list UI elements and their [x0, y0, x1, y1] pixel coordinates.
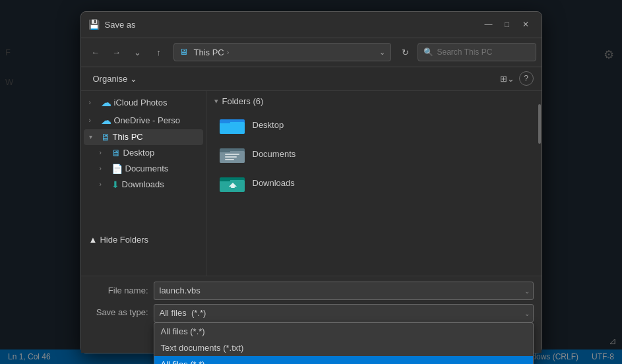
organise-chevron-icon: ⌄ — [130, 74, 137, 84]
dialog-title: Save as — [105, 20, 481, 30]
close-button[interactable]: ✕ — [518, 16, 534, 32]
icloud-icon: ☁ — [101, 96, 111, 109]
desktop-folder-icon — [220, 115, 246, 136]
filename-row: File name: ⌄ — [89, 282, 534, 300]
expand-icon: › — [100, 181, 109, 188]
documents-folder-icon — [220, 144, 246, 165]
organise-button[interactable]: Organise ⌄ — [89, 73, 142, 85]
svg-rect-5 — [220, 150, 230, 152]
sidebar-item-label: iCloud Photos — [114, 98, 168, 107]
dialog-footer: File name: ⌄ Save as type: ⌄ All files (… — [81, 276, 542, 353]
folder-name: Documents — [253, 149, 296, 159]
expand-icon: ▾ — [89, 133, 98, 140]
filename-input[interactable] — [154, 282, 534, 300]
dialog-overlay: 💾 Save as — □ ✕ ← → ⌄ ↑ 🖥 This PC › ⌄ — [0, 0, 622, 364]
address-text: This PC › — [194, 47, 377, 57]
dropdown-item-allfiles[interactable]: All files (*.*) — [154, 323, 533, 340]
folder-name: Desktop — [253, 120, 284, 130]
hide-folders-label: Hide Folders — [100, 235, 148, 245]
documents-icon: 📄 — [111, 164, 123, 174]
search-input[interactable] — [437, 47, 536, 57]
sidebar-item-label: This PC — [113, 132, 143, 142]
expand-icon: › — [100, 165, 109, 172]
section-label: Folders (6) — [222, 96, 264, 106]
search-bar[interactable]: 🔍 — [418, 43, 536, 61]
onedrive-icon: ☁ — [101, 114, 111, 127]
expand-icon: › — [89, 99, 98, 106]
svg-rect-8 — [225, 159, 234, 160]
sidebar-item-desktop[interactable]: › 🖥 Desktop — [84, 145, 203, 161]
sidebar-item-downloads[interactable]: › ⬇ Downloads — [84, 177, 203, 193]
view-button[interactable]: ⊞⌄ — [498, 70, 516, 87]
section-header: ▾ Folders (6) — [214, 96, 530, 106]
maximize-button[interactable]: □ — [499, 16, 515, 32]
scrollbar[interactable] — [538, 91, 542, 276]
svg-rect-2 — [220, 121, 230, 123]
downloads-icon: ⬇ — [111, 179, 119, 190]
address-bar[interactable]: 🖥 This PC › ⌄ — [173, 43, 391, 61]
svg-rect-7 — [225, 156, 237, 158]
svg-rect-6 — [225, 154, 239, 155]
hide-folders-button[interactable]: ▲ Hide Folders — [84, 232, 203, 247]
folder-row[interactable]: Documents — [214, 140, 530, 168]
recent-locations-button[interactable]: ⌄ — [129, 43, 147, 61]
dropdown-item-textdoc[interactable]: Text documents (*.txt) — [154, 340, 533, 356]
search-icon: 🔍 — [423, 47, 433, 57]
folder-row[interactable]: Desktop — [214, 111, 530, 139]
thispc-icon: 🖥 — [101, 132, 110, 142]
address-dropdown-arrow[interactable]: ⌄ — [379, 48, 385, 57]
back-button[interactable]: ← — [86, 43, 105, 61]
folder-name: Downloads — [253, 178, 295, 188]
dialog-body: › ☁ iCloud Photos › ☁ OneDrive - Perso ▾… — [81, 91, 542, 276]
folder-grid: Desktop — [214, 111, 530, 197]
window-controls: — □ ✕ — [481, 16, 534, 32]
section-chevron-icon: ▾ — [214, 97, 218, 106]
help-button[interactable]: ? — [519, 71, 534, 86]
desktop-icon: 🖥 — [111, 148, 121, 158]
sidebar-item-documents[interactable]: › 📄 Documents — [84, 161, 203, 177]
sidebar: › ☁ iCloud Photos › ☁ OneDrive - Perso ▾… — [81, 91, 206, 276]
downloads-folder-icon — [220, 173, 246, 194]
sidebar-item-label: OneDrive - Perso — [114, 115, 180, 125]
savetype-label: Save as type: — [89, 304, 148, 317]
sidebar-item-onedrive[interactable]: › ☁ OneDrive - Perso — [84, 111, 203, 129]
expand-icon: › — [100, 149, 109, 156]
resize-handle[interactable]: ⊿ — [609, 336, 617, 346]
sidebar-item-label: Desktop — [123, 148, 155, 158]
folder-row[interactable]: Downloads — [214, 169, 530, 197]
minimize-button[interactable]: — — [481, 16, 497, 32]
sidebar-item-label: Downloads — [122, 179, 164, 189]
thispc-address-icon: 🖥 — [179, 47, 190, 57]
filename-input-wrap: ⌄ — [154, 282, 534, 300]
savetype-input[interactable] — [154, 304, 534, 322]
sidebar-item-icloud[interactable]: › ☁ iCloud Photos — [84, 94, 203, 111]
savetype-row: Save as type: ⌄ All files (*.*) Text doc… — [89, 304, 534, 322]
svg-rect-13 — [231, 187, 235, 188]
svg-rect-1 — [220, 122, 245, 134]
main-content: ▾ Folders (6) Desktop — [206, 91, 538, 276]
dropdown-item-allfiles2[interactable]: All files (*.*) — [154, 356, 533, 365]
forward-button[interactable]: → — [108, 43, 126, 61]
savetype-dropdown[interactable]: All files (*.*) Text documents (*.txt) A… — [154, 322, 534, 365]
command-bar: Organise ⌄ ⊞⌄ ? — [81, 67, 542, 91]
sidebar-item-thispc[interactable]: ▾ 🖥 This PC — [84, 129, 203, 145]
hide-folders-icon: ▲ — [89, 235, 98, 245]
scroll-thumb — [538, 104, 541, 144]
sidebar-item-label: Documents — [125, 164, 169, 173]
dialog-title-bar: 💾 Save as — □ ✕ — [81, 12, 542, 38]
organise-label: Organise — [93, 74, 128, 84]
navigation-toolbar: ← → ⌄ ↑ 🖥 This PC › ⌄ ↻ 🔍 — [81, 38, 542, 67]
dialog-icon: 💾 — [89, 19, 100, 30]
save-as-dialog: 💾 Save as — □ ✕ ← → ⌄ ↑ 🖥 This PC › ⌄ — [80, 11, 542, 353]
filename-label: File name: — [89, 286, 148, 295]
view-controls: ⊞⌄ ? — [498, 70, 534, 87]
refresh-button[interactable]: ↻ — [396, 43, 415, 61]
svg-rect-11 — [220, 179, 230, 181]
savetype-wrap: ⌄ All files (*.*) Text documents (*.txt)… — [154, 304, 534, 322]
up-button[interactable]: ↑ — [150, 43, 168, 61]
expand-icon: › — [89, 117, 98, 124]
